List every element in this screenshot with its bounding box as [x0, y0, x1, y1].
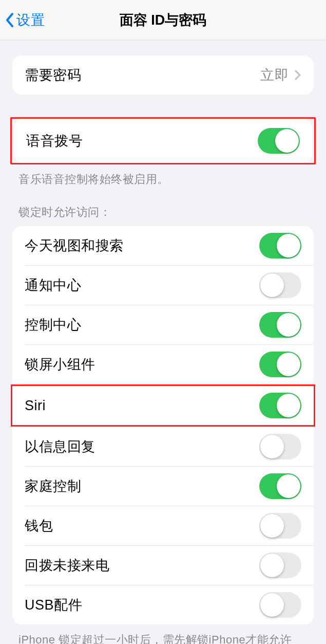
voice-dial-group: 语音拨号 [14, 119, 312, 163]
lock-widgets-row: 锁屏小组件 [12, 345, 314, 384]
control-center-row: 控制中心 [12, 305, 314, 344]
voice-dial-label: 语音拨号 [26, 132, 83, 150]
today-view-toggle[interactable] [259, 233, 301, 259]
page-title: 面容 ID与密码 [0, 11, 326, 29]
usb-toggle[interactable] [259, 592, 301, 618]
require-passcode-value: 立即 [260, 66, 289, 84]
voice-dial-footer: 音乐语音控制将始终被启用。 [0, 164, 326, 187]
lock-access-header: 锁定时允许访问： [0, 187, 326, 226]
wallet-label: 钱包 [25, 517, 53, 535]
siri-toggle[interactable] [259, 393, 301, 418]
control-center-label: 控制中心 [25, 316, 81, 334]
notification-center-toggle[interactable] [259, 272, 301, 298]
siri-label: Siri [25, 398, 46, 414]
return-call-label: 回拨未接来电 [25, 556, 109, 575]
require-passcode-group: 需要密码 立即 [12, 56, 314, 95]
reply-message-label: 以信息回复 [25, 437, 95, 456]
chevron-left-icon [4, 11, 15, 29]
lock-widgets-toggle[interactable] [259, 352, 301, 377]
today-view-label: 今天视图和搜索 [25, 236, 124, 255]
voice-dial-row: 语音拨号 [14, 119, 312, 163]
control-center-toggle[interactable] [259, 312, 301, 338]
lock-widgets-label: 锁屏小组件 [25, 355, 95, 374]
home-control-label: 家庭控制 [25, 477, 81, 495]
notification-center-row: 通知中心 [12, 266, 314, 305]
wallet-toggle[interactable] [259, 513, 301, 539]
notification-center-label: 通知中心 [25, 276, 81, 295]
return-call-toggle[interactable] [259, 553, 301, 578]
siri-row: Siri [12, 386, 314, 425]
usb-label: USB配件 [25, 596, 82, 614]
voice-dial-toggle[interactable] [258, 128, 300, 154]
siri-highlight: Siri [11, 384, 315, 427]
today-view-row: 今天视图和搜索 [12, 226, 314, 265]
back-label: 设置 [16, 11, 45, 29]
wallet-row: 钱包 [12, 506, 314, 545]
home-control-toggle[interactable] [259, 473, 301, 499]
require-passcode-row[interactable]: 需要密码 立即 [12, 56, 314, 95]
usb-footer: iPhone 锁定超过一小时后，需先解锁iPhone才能允许USB 配件连接。 [0, 624, 326, 644]
usb-row: USB配件 [12, 585, 314, 624]
reply-message-toggle[interactable] [259, 434, 301, 459]
back-button[interactable]: 设置 [0, 11, 45, 29]
nav-bar: 设置 面容 ID与密码 [0, 0, 326, 40]
voice-dial-highlight: 语音拨号 [10, 117, 316, 164]
require-passcode-label: 需要密码 [25, 66, 81, 84]
return-call-row: 回拨未接来电 [12, 546, 314, 585]
home-control-row: 家庭控制 [12, 467, 314, 506]
lock-access-group: 今天视图和搜索 通知中心 控制中心 锁屏小组件 Siri 以信息回复 [12, 226, 314, 624]
chevron-right-icon [294, 69, 301, 81]
reply-message-row: 以信息回复 [12, 427, 314, 466]
